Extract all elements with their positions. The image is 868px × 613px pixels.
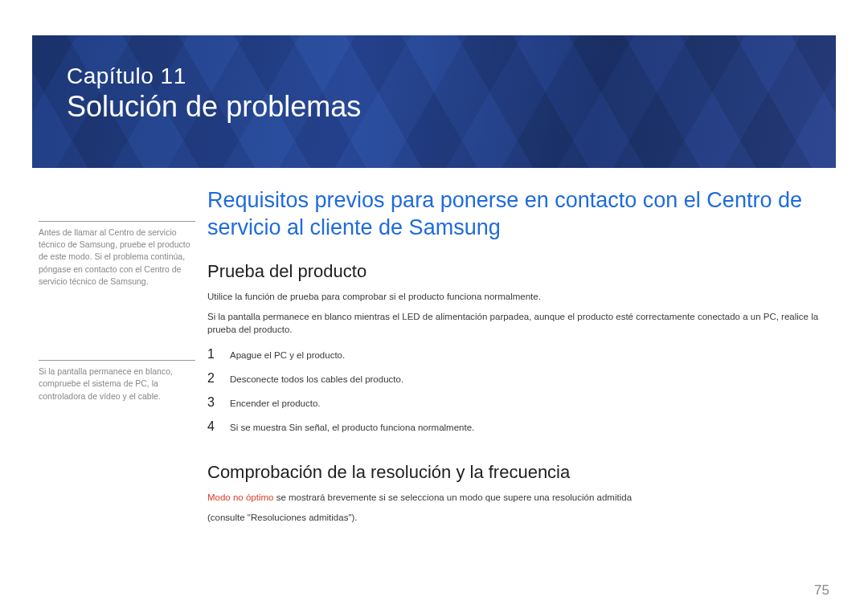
subheading-resolucion: Comprobación de la resolución y la frecu… (207, 462, 828, 483)
side-note: Antes de llamar al Centro de servicio té… (39, 221, 195, 288)
chapter-label: Capítulo 11 (67, 64, 361, 89)
step-item: Apague el PC y el producto. (207, 343, 828, 367)
page-content: Antes de llamar al Centro de servicio té… (32, 181, 836, 613)
red-text: Sin señal (289, 423, 327, 432)
paragraph: Si la pantalla permanece en blanco mient… (207, 310, 828, 336)
side-note: Si la pantalla permanece en blanco, comp… (39, 360, 195, 403)
subheading-prueba: Prueba del producto (207, 261, 828, 282)
section-heading: Requisitos previos para ponerse en conta… (207, 187, 828, 242)
chapter-header-text: Capítulo 11 Solución de problemas (67, 64, 361, 122)
chapter-header: Capítulo 11 Solución de problemas (32, 35, 836, 168)
paragraph: (consulte "Resoluciones admitidas"). (207, 511, 828, 524)
step-text: Si se muestra (230, 423, 289, 432)
page-number: 75 (814, 582, 829, 599)
paragraph-text: se mostrará brevemente si se selecciona … (273, 492, 632, 502)
step-item: Encender el producto. (207, 391, 828, 415)
red-text: Modo no óptimo (207, 492, 273, 502)
step-item: Desconecte todos los cables del producto… (207, 367, 828, 391)
step-item: Si se muestra Sin señal, el producto fun… (207, 415, 828, 439)
step-text: , el producto funciona normalmente. (327, 423, 474, 432)
chapter-title: Solución de problemas (67, 91, 361, 123)
steps-list: Apague el PC y el producto. Desconecte t… (207, 343, 828, 439)
paragraph: Utilice la función de prueba para compro… (207, 290, 828, 303)
side-column: Antes de llamar al Centro de servicio té… (39, 181, 195, 475)
paragraph: Modo no óptimo se mostrará brevemente si… (207, 491, 828, 504)
main-column: Requisitos previos para ponerse en conta… (207, 181, 828, 531)
